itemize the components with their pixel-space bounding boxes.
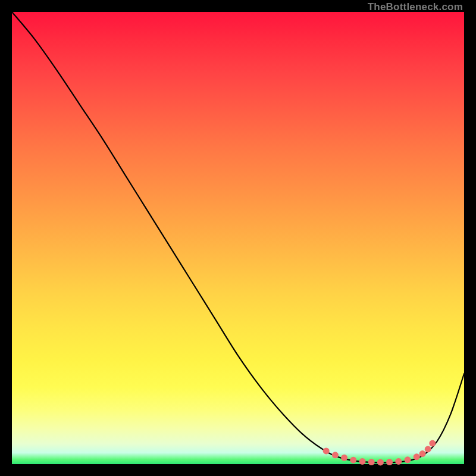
bottom-marker-dot <box>323 447 330 454</box>
bottom-marker-dot <box>341 455 347 461</box>
chart-svg <box>12 12 464 464</box>
bottom-marker-dot <box>419 450 426 457</box>
bottom-marker-dot <box>368 459 375 465</box>
watermark-text: TheBottleneck.com <box>368 1 463 13</box>
bottom-marker-dot <box>429 440 436 447</box>
bottom-marker-group <box>323 440 436 466</box>
bottom-marker-dot <box>359 458 366 465</box>
bottom-marker-dot <box>414 453 420 460</box>
bottom-marker-dot <box>405 456 411 463</box>
bottleneck-curve <box>12 12 464 463</box>
bottom-marker-dot <box>395 458 402 465</box>
bottom-marker-dot <box>350 457 356 464</box>
bottom-marker-dot <box>425 446 431 452</box>
bottom-marker-dot <box>377 459 384 465</box>
bottom-marker-dot <box>332 452 339 458</box>
chart-frame <box>12 12 464 464</box>
bottom-marker-dot <box>386 459 393 465</box>
